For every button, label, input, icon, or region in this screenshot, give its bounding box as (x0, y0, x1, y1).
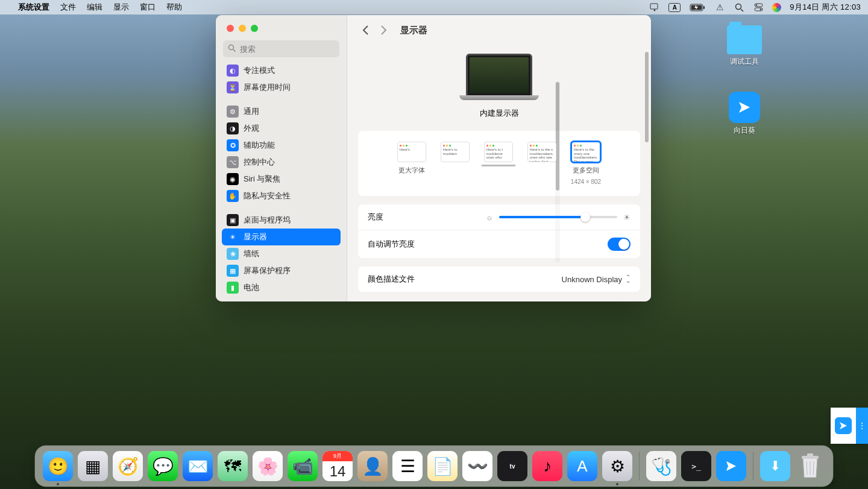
sidebar-item-显示器[interactable]: ☀显示器 (222, 229, 341, 245)
brightness-slider[interactable] (499, 216, 617, 218)
sidebar-label: 墙纸 (244, 248, 259, 259)
resolution-option[interactable]: Here's to troublem (441, 142, 470, 162)
sidebar-search (223, 40, 339, 57)
warning-icon[interactable]: ⚠ (714, 2, 725, 13)
dock-calendar[interactable]: 9月14 (322, 451, 353, 481)
sunlogin-icon (835, 417, 852, 434)
sidebar-icon: ☀ (227, 231, 239, 243)
color-profile-label: 颜色描述文件 (368, 274, 415, 285)
menu-file[interactable]: 文件 (60, 2, 76, 13)
laptop-icon (466, 54, 532, 97)
resolution-option[interactable]: Here's to the c troublemakers. ones who … (527, 142, 556, 162)
forward-button[interactable] (376, 23, 391, 37)
sidebar-item-专注模式[interactable]: ◐专注模式 (222, 62, 341, 79)
dock-notes[interactable]: 📄 (427, 451, 458, 481)
back-button[interactable] (358, 23, 373, 37)
dock-downloads[interactable]: ⬇ (760, 451, 790, 481)
page-title: 显示器 (400, 25, 427, 36)
dock-diskutil[interactable]: 🩺 (646, 451, 676, 481)
sidebar-item-屏幕使用时间[interactable]: ⏳屏幕使用时间 (222, 79, 341, 96)
auto-brightness-toggle[interactable] (608, 238, 631, 251)
sidebar-icon: ❀ (227, 248, 239, 260)
sidebar-icon: ◐ (227, 65, 239, 77)
menu-view[interactable]: 显示 (113, 2, 129, 13)
sidebar: ◐专注模式⏳屏幕使用时间⚙通用◑外观✪辅助功能⌥控制中心◉Siri 与聚焦✋隐私… (216, 15, 347, 301)
dock-music[interactable]: ♪ (532, 451, 562, 481)
resolution-option[interactable]: Here's to the crazy one troublemakers. T… (571, 142, 601, 185)
dock-finder[interactable]: 🙂 (43, 451, 73, 481)
menu-window[interactable]: 窗口 (140, 2, 156, 13)
dock-photos[interactable]: 🌸 (253, 451, 283, 481)
sidebar-icon: ✋ (227, 190, 239, 202)
content-scrollbar[interactable] (644, 51, 649, 292)
sidebar-item-辅助功能[interactable]: ✪辅助功能 (222, 137, 341, 154)
dock-appstore[interactable]: A (567, 451, 597, 481)
battery-icon[interactable] (689, 2, 706, 13)
system-settings-window: ◐专注模式⏳屏幕使用时间⚙通用◑外观✪辅助功能⌥控制中心◉Siri 与聚焦✋隐私… (216, 15, 651, 301)
sidebar-item-通用[interactable]: ⚙通用 (222, 103, 341, 120)
sidebar-icon: ✪ (227, 139, 239, 151)
dock-reminders[interactable]: ☰ (392, 451, 423, 481)
siri-icon[interactable] (772, 3, 781, 12)
dock-maps[interactable]: 🗺 (218, 451, 248, 481)
spotlight-icon[interactable] (734, 2, 744, 13)
sidebar-icon: ▣ (227, 214, 239, 226)
minimize-button[interactable] (239, 25, 246, 32)
dock-safari[interactable]: 🧭 (113, 451, 143, 481)
auto-brightness-label: 自动调节亮度 (368, 239, 415, 250)
search-input[interactable] (223, 40, 339, 57)
brightness-panel: 亮度 ☼ ☀ 自动调节亮度 (358, 204, 640, 258)
brightness-label: 亮度 (368, 212, 383, 222)
input-source-icon[interactable]: A (668, 3, 681, 12)
dock-tv[interactable]: tv (497, 451, 527, 481)
dock-contacts[interactable]: 👤 (357, 451, 388, 481)
desktop-folder-debug[interactable]: 调试工具 (717, 25, 772, 67)
window-controls (216, 15, 347, 32)
dock-sunlogin[interactable] (716, 451, 746, 481)
control-center-icon[interactable] (753, 2, 764, 13)
sidebar-item-墙纸[interactable]: ❀墙纸 (222, 245, 341, 262)
app-name[interactable]: 系统设置 (18, 2, 49, 13)
sidebar-item-屏幕保护程序[interactable]: ▦屏幕保护程序 (222, 262, 341, 279)
dock-mail[interactable]: ✉️ (183, 451, 213, 481)
dock-trash[interactable] (795, 451, 825, 481)
more-icon[interactable]: ⋮ (856, 408, 868, 444)
sidebar-item-Siri 与聚焦[interactable]: ◉Siri 与聚焦 (222, 171, 341, 188)
color-profile-panel: 颜色描述文件 Unknown Display ⌃⌄ (358, 267, 640, 292)
screen-mirror-icon[interactable] (649, 2, 660, 13)
fullscreen-button[interactable] (251, 25, 258, 32)
search-icon (228, 44, 236, 55)
dock-messages[interactable]: 💬 (148, 451, 178, 481)
sidebar-item-电池[interactable]: ▮电池 (222, 279, 341, 296)
sidebar-label: 桌面与程序坞 (244, 215, 291, 226)
display-name: 内建显示器 (480, 108, 519, 119)
display-preview: 内建显示器 (358, 45, 640, 131)
sidebar-item-外观[interactable]: ◑外观 (222, 120, 341, 137)
content-pane: 显示器 内建显示器 Here's更大字体Here's to troublemHe… (347, 15, 651, 301)
sunlogin-float-widget[interactable]: ⋮ (831, 408, 868, 444)
sidebar-item-控制中心[interactable]: ⌥控制中心 (222, 154, 341, 171)
sidebar-item-隐私与安全性[interactable]: ✋隐私与安全性 (222, 188, 341, 204)
close-button[interactable] (227, 25, 234, 32)
resolution-option[interactable]: Here's更大字体 (397, 142, 426, 175)
desktop-app-sunlogin[interactable]: 向日葵 (717, 92, 772, 136)
sidebar-label: 外观 (244, 123, 259, 134)
sidebar-item-桌面与程序坞[interactable]: ▣桌面与程序坞 (222, 212, 341, 229)
sidebar-scrollbar[interactable] (555, 81, 560, 262)
sidebar-icon: ⏳ (227, 81, 239, 93)
chevron-updown-icon: ⌃⌄ (626, 276, 631, 283)
svg-point-9 (760, 8, 762, 10)
dock-freeform[interactable]: 〰️ (462, 451, 492, 481)
dock-facetime[interactable]: 📹 (288, 451, 318, 481)
menubar: 系统设置 文件 编辑 显示 窗口 帮助 A ⚠ 9月14日 周六 12:03 (0, 0, 868, 14)
resolution-panel: Here's更大字体Here's to troublemHere's to t … (358, 131, 640, 196)
color-profile-dropdown[interactable]: Unknown Display ⌃⌄ (562, 275, 631, 284)
sidebar-label: Siri 与聚焦 (244, 174, 280, 185)
menu-help[interactable]: 帮助 (166, 2, 182, 13)
datetime[interactable]: 9月14日 周六 12:03 (790, 2, 861, 13)
resolution-option[interactable]: Here's to t troublema ones who (484, 142, 513, 162)
dock-launchpad[interactable]: ▦ (78, 451, 108, 481)
menu-edit[interactable]: 编辑 (87, 2, 102, 13)
dock-settings[interactable]: ⚙ (602, 451, 632, 481)
dock-terminal[interactable]: >_ (681, 451, 711, 481)
